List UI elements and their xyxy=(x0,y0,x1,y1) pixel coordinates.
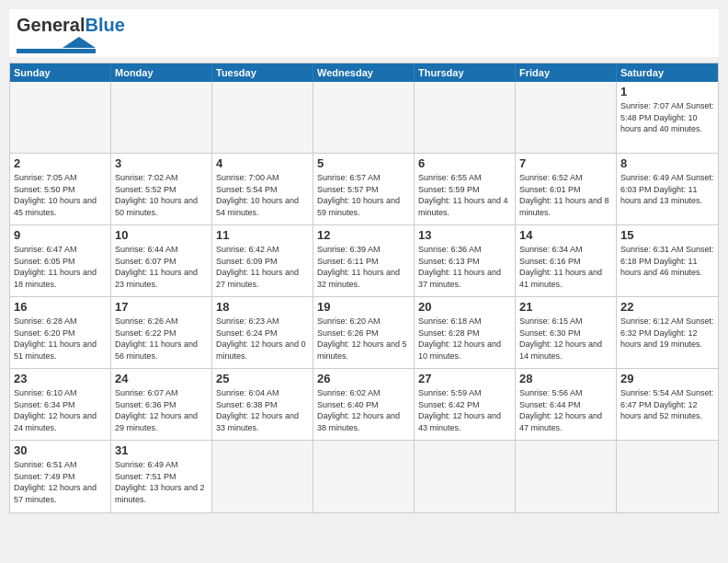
day-number: 7 xyxy=(519,156,612,170)
cal-cell xyxy=(313,441,415,512)
day-info: Sunrise: 7:05 AM Sunset: 5:50 PM Dayligh… xyxy=(14,172,107,218)
cal-cell xyxy=(212,82,313,154)
day-number: 15 xyxy=(620,228,714,242)
cal-cell: 31Sunrise: 6:49 AM Sunset: 7:51 PM Dayli… xyxy=(111,441,212,512)
cal-cell xyxy=(313,82,415,154)
header-day-tuesday: Tuesday xyxy=(212,63,313,82)
cal-cell: 16Sunrise: 6:28 AM Sunset: 6:20 PM Dayli… xyxy=(10,297,111,369)
logo-general: General xyxy=(17,15,85,36)
cal-cell: 25Sunrise: 6:04 AM Sunset: 6:38 PM Dayli… xyxy=(212,369,313,441)
cal-cell xyxy=(415,441,516,512)
logo: General Blue xyxy=(17,15,125,53)
day-info: Sunrise: 6:49 AM Sunset: 6:03 PM Dayligh… xyxy=(620,172,714,207)
day-info: Sunrise: 6:34 AM Sunset: 6:16 PM Dayligh… xyxy=(519,244,612,290)
cal-cell: 15Sunrise: 6:31 AM Sunset: 6:18 PM Dayli… xyxy=(617,225,718,297)
day-info: Sunrise: 6:31 AM Sunset: 6:18 PM Dayligh… xyxy=(620,244,714,279)
day-info: Sunrise: 6:12 AM Sunset: 6:32 PM Dayligh… xyxy=(620,316,714,350)
day-info: Sunrise: 5:54 AM Sunset: 6:47 PM Dayligh… xyxy=(620,387,714,422)
day-info: Sunrise: 6:28 AM Sunset: 6:20 PM Dayligh… xyxy=(14,316,107,362)
day-number: 5 xyxy=(317,156,410,170)
cal-cell: 22Sunrise: 6:12 AM Sunset: 6:32 PM Dayli… xyxy=(617,297,718,369)
header: General Blue xyxy=(9,9,719,57)
cal-cell: 23Sunrise: 6:10 AM Sunset: 6:34 PM Dayli… xyxy=(10,369,111,441)
cal-cell xyxy=(10,82,111,154)
cal-cell: 2Sunrise: 7:05 AM Sunset: 5:50 PM Daylig… xyxy=(10,154,111,225)
day-info: Sunrise: 6:20 AM Sunset: 6:26 PM Dayligh… xyxy=(317,316,410,362)
cal-cell xyxy=(111,82,212,154)
calendar-header: SundayMondayTuesdayWednesdayThursdayFrid… xyxy=(10,63,718,82)
day-info: Sunrise: 6:26 AM Sunset: 6:22 PM Dayligh… xyxy=(115,316,208,362)
day-number: 28 xyxy=(519,372,612,385)
day-info: Sunrise: 6:51 AM Sunset: 7:49 PM Dayligh… xyxy=(14,459,107,505)
day-info: Sunrise: 6:44 AM Sunset: 6:07 PM Dayligh… xyxy=(115,244,208,290)
cal-cell xyxy=(212,441,313,512)
day-info: Sunrise: 6:49 AM Sunset: 7:51 PM Dayligh… xyxy=(115,459,208,505)
cal-cell xyxy=(415,82,516,154)
header-day-sunday: Sunday xyxy=(10,63,111,82)
header-day-wednesday: Wednesday xyxy=(313,63,415,82)
day-number: 25 xyxy=(216,372,309,385)
header-day-monday: Monday xyxy=(111,63,212,82)
day-number: 26 xyxy=(317,372,410,385)
day-number: 27 xyxy=(418,372,511,385)
cal-cell: 9Sunrise: 6:47 AM Sunset: 6:05 PM Daylig… xyxy=(10,225,111,297)
day-info: Sunrise: 6:04 AM Sunset: 6:38 PM Dayligh… xyxy=(216,387,309,433)
day-number: 12 xyxy=(317,228,410,242)
day-number: 30 xyxy=(14,443,107,457)
day-info: Sunrise: 6:36 AM Sunset: 6:13 PM Dayligh… xyxy=(418,244,511,290)
day-number: 9 xyxy=(14,228,107,242)
day-number: 21 xyxy=(519,300,612,314)
day-info: Sunrise: 6:18 AM Sunset: 6:28 PM Dayligh… xyxy=(418,316,511,362)
cal-cell: 28Sunrise: 5:56 AM Sunset: 6:44 PM Dayli… xyxy=(516,369,617,441)
header-day-saturday: Saturday xyxy=(617,63,718,82)
day-number: 16 xyxy=(14,300,107,314)
header-day-friday: Friday xyxy=(516,63,617,82)
day-info: Sunrise: 6:47 AM Sunset: 6:05 PM Dayligh… xyxy=(14,244,107,290)
cal-cell: 7Sunrise: 6:52 AM Sunset: 6:01 PM Daylig… xyxy=(516,154,617,225)
day-info: Sunrise: 6:07 AM Sunset: 6:36 PM Dayligh… xyxy=(115,387,208,433)
day-number: 31 xyxy=(115,443,208,457)
day-info: Sunrise: 7:07 AM Sunset: 5:48 PM Dayligh… xyxy=(620,100,714,135)
cal-cell: 12Sunrise: 6:39 AM Sunset: 6:11 PM Dayli… xyxy=(313,225,415,297)
cal-cell: 30Sunrise: 6:51 AM Sunset: 7:49 PM Dayli… xyxy=(10,441,111,512)
cal-cell: 4Sunrise: 7:00 AM Sunset: 5:54 PM Daylig… xyxy=(212,154,313,225)
cal-cell: 1Sunrise: 7:07 AM Sunset: 5:48 PM Daylig… xyxy=(617,82,718,154)
day-number: 20 xyxy=(418,300,511,314)
day-info: Sunrise: 6:42 AM Sunset: 6:09 PM Dayligh… xyxy=(216,244,309,290)
day-number: 14 xyxy=(519,228,612,242)
day-number: 18 xyxy=(216,300,309,314)
cal-cell: 8Sunrise: 6:49 AM Sunset: 6:03 PM Daylig… xyxy=(617,154,718,225)
day-number: 13 xyxy=(418,228,511,242)
day-number: 22 xyxy=(620,300,714,314)
cal-cell: 24Sunrise: 6:07 AM Sunset: 6:36 PM Dayli… xyxy=(111,369,212,441)
day-number: 4 xyxy=(216,156,309,170)
header-day-thursday: Thursday xyxy=(415,63,516,82)
day-info: Sunrise: 7:02 AM Sunset: 5:52 PM Dayligh… xyxy=(115,172,208,218)
day-info: Sunrise: 6:15 AM Sunset: 6:30 PM Dayligh… xyxy=(519,316,612,362)
day-number: 3 xyxy=(115,156,208,170)
day-info: Sunrise: 6:10 AM Sunset: 6:34 PM Dayligh… xyxy=(14,387,107,433)
cal-cell: 26Sunrise: 6:02 AM Sunset: 6:40 PM Dayli… xyxy=(313,369,415,441)
cal-cell: 3Sunrise: 7:02 AM Sunset: 5:52 PM Daylig… xyxy=(111,154,212,225)
cal-cell: 11Sunrise: 6:42 AM Sunset: 6:09 PM Dayli… xyxy=(212,225,313,297)
cal-cell: 19Sunrise: 6:20 AM Sunset: 6:26 PM Dayli… xyxy=(313,297,415,369)
cal-cell xyxy=(617,441,718,512)
day-info: Sunrise: 5:56 AM Sunset: 6:44 PM Dayligh… xyxy=(519,387,612,433)
day-number: 10 xyxy=(115,228,208,242)
calendar: SundayMondayTuesdayWednesdayThursdayFrid… xyxy=(9,63,719,513)
day-number: 17 xyxy=(115,300,208,314)
day-info: Sunrise: 6:39 AM Sunset: 6:11 PM Dayligh… xyxy=(317,244,410,290)
day-number: 29 xyxy=(620,372,714,385)
day-number: 8 xyxy=(620,156,714,170)
cal-cell: 6Sunrise: 6:55 AM Sunset: 5:59 PM Daylig… xyxy=(415,154,516,225)
cal-cell: 27Sunrise: 5:59 AM Sunset: 6:42 PM Dayli… xyxy=(415,369,516,441)
page: General Blue SundayMondayTuesdayWednesda… xyxy=(0,0,728,563)
day-info: Sunrise: 6:55 AM Sunset: 5:59 PM Dayligh… xyxy=(418,172,511,218)
day-number: 19 xyxy=(317,300,410,314)
cal-cell: 21Sunrise: 6:15 AM Sunset: 6:30 PM Dayli… xyxy=(516,297,617,369)
calendar-grid: 1Sunrise: 7:07 AM Sunset: 5:48 PM Daylig… xyxy=(10,82,718,512)
day-number: 11 xyxy=(216,228,309,242)
cal-cell: 5Sunrise: 6:57 AM Sunset: 5:57 PM Daylig… xyxy=(313,154,415,225)
day-number: 2 xyxy=(14,156,107,170)
day-info: Sunrise: 6:57 AM Sunset: 5:57 PM Dayligh… xyxy=(317,172,410,218)
